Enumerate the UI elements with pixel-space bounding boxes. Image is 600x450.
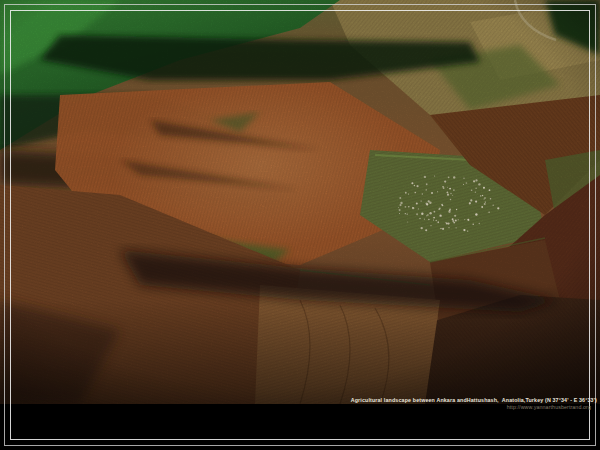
aerial-photo xyxy=(0,0,600,404)
photo-caption: Agricultural landscape between Ankara an… xyxy=(351,397,597,411)
caption-title: Agricultural landscape between Ankara an… xyxy=(351,397,597,404)
film-grain xyxy=(0,0,600,404)
caption-url: http://www.yannarthusbertrand.org xyxy=(351,404,591,411)
photo-frame: Agricultural landscape between Ankara an… xyxy=(0,0,600,450)
